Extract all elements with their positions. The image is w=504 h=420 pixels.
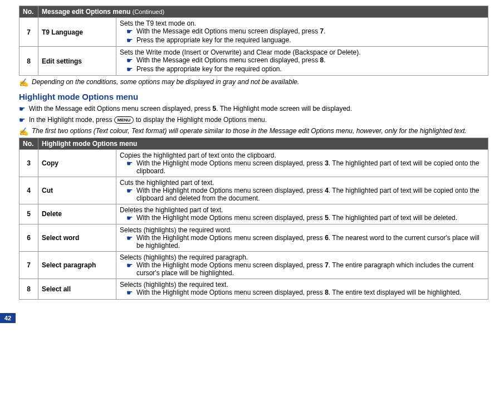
col-no: No.: [19, 138, 38, 149]
step-line: ☛ With the Message edit Options menu scr…: [126, 56, 485, 65]
note-icon: ✍: [19, 128, 28, 135]
row-name: Edit settings: [38, 47, 116, 76]
table-row: 8 Edit settings Sets the Write mode (Ins…: [19, 47, 488, 76]
step-line: ☛ With the Message edit Options menu scr…: [126, 27, 485, 36]
row-name: Delete: [38, 204, 116, 224]
step-text: With the Highlight mode Options menu scr…: [136, 214, 457, 222]
row-name: T9 Language: [38, 18, 116, 47]
row-num: 5: [19, 204, 38, 224]
row-num: 4: [19, 177, 38, 204]
page-number: 42: [0, 313, 16, 323]
intro-text: Cuts the highlighted part of text.: [120, 179, 485, 187]
row-num: 7: [19, 252, 38, 279]
highlight-mode-options-table: No. Highlight mode Options menu 3 Copy C…: [19, 138, 488, 300]
pointer-icon: ☛: [126, 234, 133, 243]
row-name: Select paragraph: [38, 252, 116, 279]
pointer-icon: ☛: [126, 27, 133, 36]
row-desc: Cuts the highlighted part of text. ☛ Wit…: [116, 177, 488, 204]
step-text: With the Highlight mode Options menu scr…: [136, 187, 485, 202]
row-desc: Sets the Write mode (Insert or Overwrite…: [116, 47, 488, 76]
instruction-text: With the Message edit Options menu scree…: [29, 105, 352, 113]
intro-text: Selects (highlights) the required paragr…: [120, 253, 485, 261]
pointer-icon: ☛: [126, 261, 133, 270]
table1-continued: (Continued): [133, 8, 164, 15]
intro-text: Selects (highlights) the required word.: [120, 226, 485, 234]
intro-text: Deletes the highlighted part of text.: [120, 206, 485, 214]
table-row: 8 Select all Selects (highlights) the re…: [19, 279, 488, 300]
table-row: 7 Select paragraph Selects (highlights) …: [19, 252, 488, 279]
row-num: 8: [19, 279, 38, 300]
row-num: 7: [19, 18, 38, 47]
note-icon: ✍: [19, 79, 28, 86]
step-text: With the Highlight mode Options menu scr…: [136, 289, 461, 296]
step-text: With the Message edit Options menu scree…: [136, 27, 326, 35]
step-line: ☛ With the Highlight mode Options menu s…: [126, 289, 485, 297]
instruction-text: In the Highlight mode, press MENU to dis…: [29, 116, 267, 124]
row-desc: Sets the T9 text mode on. ☛ With the Mes…: [116, 18, 488, 47]
pointer-icon: ☛: [19, 105, 26, 114]
pointer-icon: ☛: [126, 65, 133, 74]
manual-page: No. Message edit Options menu (Continued…: [0, 0, 504, 329]
note-text: The first two options (Text colour, Text…: [32, 127, 467, 135]
col-no: No.: [19, 6, 38, 18]
step-line: ☛ With the Highlight mode Options menu s…: [126, 214, 485, 223]
note: ✍ Depending on the conditions, some opti…: [19, 78, 488, 86]
instruction-line: ☛ With the Message edit Options menu scr…: [19, 105, 488, 114]
table-row: 3 Copy Copies the highlighted part of te…: [19, 149, 488, 177]
table-row: 5 Delete Deletes the highlighted part of…: [19, 204, 488, 224]
intro-text: Sets the T9 text mode on.: [120, 19, 485, 27]
row-num: 8: [19, 47, 38, 76]
step-text: Press the appropriate key for the requir…: [136, 65, 282, 73]
pointer-icon: ☛: [19, 116, 26, 125]
row-desc: Deletes the highlighted part of text. ☛ …: [116, 204, 488, 224]
note-text: Depending on the conditions, some option…: [32, 78, 299, 86]
step-text: With the Message edit Options menu scree…: [136, 56, 326, 64]
page-footer: 42: [19, 310, 488, 323]
row-desc: Selects (highlights) the required text. …: [116, 279, 488, 300]
col-title: Highlight mode Options menu: [38, 138, 488, 149]
pointer-icon: ☛: [126, 56, 133, 65]
pointer-icon: ☛: [126, 214, 133, 223]
step-text: With the Highlight mode Options menu scr…: [136, 234, 485, 250]
col-title: Message edit Options menu (Continued): [38, 6, 488, 18]
row-num: 6: [19, 224, 38, 252]
message-edit-options-table: No. Message edit Options menu (Continued…: [19, 6, 488, 76]
pointer-icon: ☛: [126, 36, 133, 45]
pointer-icon: ☛: [126, 187, 133, 196]
step-text: With the Highlight mode Options menu scr…: [136, 159, 485, 175]
row-name: Cut: [38, 177, 116, 204]
step-line: ☛ With the Highlight mode Options menu s…: [126, 159, 485, 175]
instruction-line: ☛ In the Highlight mode, press MENU to d…: [19, 116, 488, 125]
row-name: Select word: [38, 224, 116, 252]
menu-button-icon: MENU: [114, 116, 134, 124]
row-num: 3: [19, 149, 38, 177]
step-text: Press the appropriate key for the requir…: [136, 36, 291, 44]
step-line: ☛ With the Highlight mode Options menu s…: [126, 261, 485, 277]
intro-text: Sets the Write mode (Insert or Overwrite…: [120, 48, 485, 56]
pointer-icon: ☛: [126, 289, 133, 297]
step-line: ☛ Press the appropriate key for the requ…: [126, 65, 485, 74]
pointer-icon: ☛: [126, 159, 133, 168]
table-row: 4 Cut Cuts the highlighted part of text.…: [19, 177, 488, 204]
table1-title: Message edit Options menu: [42, 8, 130, 16]
row-name: Select all: [38, 279, 116, 300]
intro-text: Copies the highlighted part of text onto…: [120, 152, 485, 159]
note: ✍ The first two options (Text colour, Te…: [19, 127, 488, 135]
table-row: 6 Select word Selects (highlights) the r…: [19, 224, 488, 252]
row-name: Copy: [38, 149, 116, 177]
section-heading: Highlight mode Options menu: [19, 92, 488, 101]
step-line: ☛ Press the appropriate key for the requ…: [126, 36, 485, 45]
table-row: 7 T9 Language Sets the T9 text mode on. …: [19, 18, 488, 47]
intro-text: Selects (highlights) the required text.: [120, 281, 485, 289]
step-line: ☛ With the Highlight mode Options menu s…: [126, 234, 485, 250]
step-text: With the Highlight mode Options menu scr…: [136, 261, 485, 277]
step-line: ☛ With the Highlight mode Options menu s…: [126, 187, 485, 202]
row-desc: Selects (highlights) the required paragr…: [116, 252, 488, 279]
row-desc: Copies the highlighted part of text onto…: [116, 149, 488, 177]
row-desc: Selects (highlights) the required word. …: [116, 224, 488, 252]
